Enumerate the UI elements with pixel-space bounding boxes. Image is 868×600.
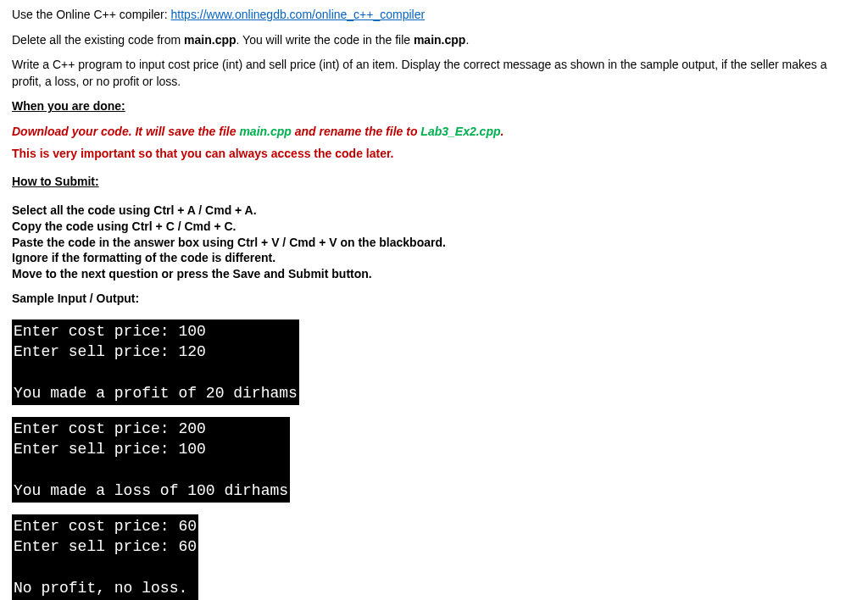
console-run-1: Enter cost price: 100 Enter sell price: … [12,319,299,405]
compiler-link[interactable]: https://www.onlinegdb.com/online_c++_com… [171,8,426,21]
dl-prefix: Download your code. It will save the fil… [12,125,239,138]
delete-file-1: main.cpp [184,33,236,47]
submit-heading: How to Submit: [12,174,856,191]
delete-suffix: . [465,33,469,47]
dl-newfile: Lab3_Ex2.cpp [420,125,500,138]
when-done-heading: When you are done: [12,98,856,115]
task-line: Write a C++ program to input cost price … [12,57,856,90]
submit-step-5: Move to the next question or press the S… [12,266,856,282]
download-line: Download your code. It will save the fil… [12,124,856,141]
delete-prefix: Delete all the existing code from [12,33,184,47]
delete-file-2: main.cpp [414,33,465,47]
delete-line: Delete all the existing code from main.c… [12,32,856,49]
submit-step-1: Select all the code using Ctrl + A / Cmd… [12,203,856,219]
dl-suffix: . [501,125,504,138]
compiler-prefix: Use the Online C++ compiler: [12,8,171,21]
compiler-line: Use the Online C++ compiler: https://www… [12,7,856,24]
submit-step-3: Paste the code in the answer box using C… [12,235,856,251]
dl-file: main.cpp [239,125,291,138]
submit-step-4: Ignore if the formatting of the code is … [12,250,856,266]
important-line: This is very important so that you can a… [12,146,856,163]
sample-heading: Sample Input / Output: [12,291,856,308]
dl-mid: and rename the file to [292,125,420,138]
console-run-2: Enter cost price: 200 Enter sell price: … [12,417,290,503]
submit-steps: Select all the code using Ctrl + A / Cmd… [12,203,856,282]
console-run-3: Enter cost price: 60 Enter sell price: 6… [12,514,198,600]
delete-mid: . You will write the code in the file [236,33,414,47]
submit-step-2: Copy the code using Ctrl + C / Cmd + C. [12,219,856,235]
